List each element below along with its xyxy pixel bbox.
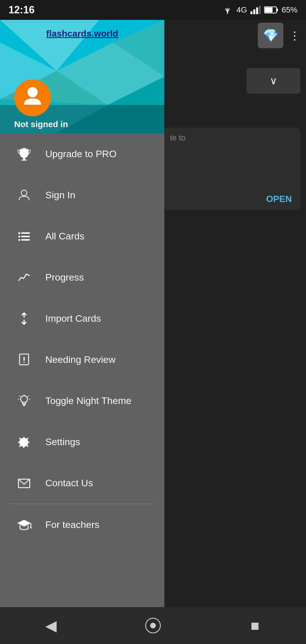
update-text: te to bbox=[170, 133, 185, 142]
settings-label: Settings bbox=[45, 436, 80, 447]
network-label: 4G bbox=[237, 5, 247, 14]
sign-in-label: Sign In bbox=[45, 190, 75, 201]
gem-icon: 💎 bbox=[263, 28, 279, 43]
wifi-icon bbox=[222, 6, 233, 14]
svg-rect-1 bbox=[250, 11, 252, 14]
dropdown-area[interactable]: ∨ bbox=[246, 68, 300, 94]
chevron-down-icon: ∨ bbox=[270, 75, 277, 87]
open-button[interactable]: OPEN bbox=[266, 194, 292, 204]
navigation-drawer: flashcards.world Not signed in bbox=[0, 20, 164, 624]
svg-rect-22 bbox=[18, 236, 20, 237]
sidebar-item-needing-review[interactable]: Needing Review bbox=[0, 339, 164, 380]
status-bar: 12:16 4G 65% bbox=[0, 0, 306, 20]
chart-icon bbox=[14, 268, 34, 287]
for-teachers-label: For teachers bbox=[45, 519, 99, 530]
drawer-header: flashcards.world Not signed in bbox=[0, 20, 164, 133]
svg-point-16 bbox=[27, 87, 38, 97]
status-time: 12:16 bbox=[8, 4, 35, 16]
svg-line-37 bbox=[28, 396, 29, 397]
sidebar-item-settings[interactable]: Settings bbox=[0, 421, 164, 462]
svg-rect-3 bbox=[256, 7, 258, 14]
svg-point-0 bbox=[227, 12, 228, 14]
svg-point-19 bbox=[21, 190, 27, 196]
sidebar-item-all-cards[interactable]: All Cards bbox=[0, 216, 164, 257]
upgrade-pro-label: Upgrade to PRO bbox=[45, 148, 116, 159]
trophy-icon bbox=[14, 144, 34, 164]
needing-review-label: Needing Review bbox=[45, 354, 116, 365]
sidebar-item-for-teachers[interactable]: For teachers bbox=[0, 504, 164, 545]
bottom-navigation: ◀ ■ bbox=[0, 607, 306, 644]
mail-icon bbox=[14, 473, 34, 493]
recent-button[interactable]: ■ bbox=[238, 614, 272, 637]
progress-label: Progress bbox=[45, 272, 84, 283]
teacher-icon bbox=[14, 515, 34, 535]
signal-icon bbox=[250, 6, 261, 14]
sidebar-item-upgrade-pro[interactable]: Upgrade to PRO bbox=[0, 133, 164, 174]
svg-rect-29 bbox=[24, 357, 25, 361]
recent-icon: ■ bbox=[250, 617, 259, 634]
bulb-icon bbox=[14, 391, 34, 411]
svg-rect-7 bbox=[265, 7, 273, 12]
sidebar-item-progress[interactable]: Progress bbox=[0, 257, 164, 298]
gear-icon bbox=[14, 432, 34, 452]
contact-us-label: Contact Us bbox=[45, 477, 93, 489]
svg-rect-25 bbox=[21, 239, 30, 241]
home-button[interactable] bbox=[136, 614, 170, 637]
avatar bbox=[14, 79, 51, 116]
svg-rect-24 bbox=[18, 239, 20, 241]
svg-marker-41 bbox=[17, 520, 31, 527]
review-icon bbox=[14, 350, 34, 370]
top-right-icons: 💎 ⋮ bbox=[258, 23, 300, 48]
svg-rect-2 bbox=[253, 9, 255, 14]
import-cards-label: Import Cards bbox=[45, 313, 101, 324]
sidebar-item-toggle-night[interactable]: Toggle Night Theme bbox=[0, 380, 164, 421]
list-icon bbox=[14, 226, 34, 246]
battery-icon bbox=[264, 6, 278, 14]
drawer-menu: Upgrade to PRO Sign In bbox=[0, 133, 164, 624]
update-card: te to OPEN bbox=[164, 128, 300, 210]
svg-point-43 bbox=[30, 527, 31, 529]
sign-in-status: Not signed in bbox=[14, 119, 68, 129]
all-cards-label: All Cards bbox=[45, 231, 84, 242]
site-link[interactable]: flashcards.world bbox=[46, 28, 118, 39]
svg-line-35 bbox=[20, 396, 20, 397]
more-button[interactable]: ⋮ bbox=[289, 29, 300, 42]
toggle-night-label: Toggle Night Theme bbox=[45, 395, 131, 406]
svg-point-31 bbox=[21, 396, 27, 403]
back-icon: ◀ bbox=[45, 617, 57, 634]
svg-rect-20 bbox=[18, 232, 20, 234]
svg-rect-6 bbox=[277, 9, 278, 11]
home-icon bbox=[144, 617, 162, 634]
person-icon bbox=[14, 185, 34, 205]
avatar-icon bbox=[21, 84, 44, 111]
import-icon bbox=[14, 309, 34, 329]
sidebar-item-sign-in[interactable]: Sign In bbox=[0, 174, 164, 216]
svg-rect-21 bbox=[21, 232, 30, 234]
svg-rect-4 bbox=[259, 6, 261, 14]
svg-rect-17 bbox=[23, 159, 25, 160]
svg-rect-18 bbox=[21, 160, 27, 161]
back-button[interactable]: ◀ bbox=[34, 614, 68, 637]
status-icons: 4G 65% bbox=[222, 5, 298, 14]
battery-percent: 65% bbox=[282, 5, 298, 14]
svg-point-45 bbox=[150, 623, 156, 628]
svg-rect-30 bbox=[24, 362, 25, 363]
svg-rect-23 bbox=[21, 236, 30, 237]
sidebar-item-import-cards[interactable]: Import Cards bbox=[0, 298, 164, 339]
gem-button[interactable]: 💎 bbox=[258, 23, 283, 48]
sidebar-item-contact-us[interactable]: Contact Us bbox=[0, 462, 164, 504]
